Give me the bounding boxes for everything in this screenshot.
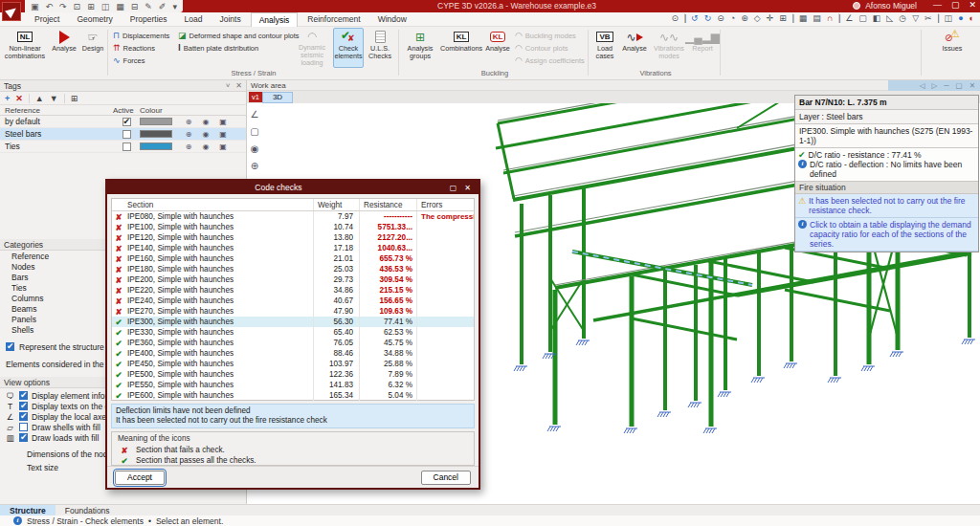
nonlinear-combinations-button[interactable]: NL Non-linear combinations	[2, 28, 48, 68]
selection-box-icon[interactable]: ▢	[858, 13, 867, 23]
split-view-icon[interactable]: ◫	[945, 13, 953, 23]
section-row[interactable]: IPE330, Simple with haunches 65.40 62.53…	[112, 327, 474, 338]
issues-button[interactable]: ⊘⚠ Issues	[938, 28, 967, 68]
separator[interactable]: |	[792, 13, 793, 23]
undo-icon[interactable]: ↶	[46, 2, 54, 11]
eye-icon[interactable]: ◉	[197, 142, 214, 151]
reactions-button[interactable]: ⇈ Reactions	[113, 42, 155, 54]
separator[interactable]: |	[684, 13, 685, 23]
menu-tab[interactable]: Analysis	[251, 12, 299, 27]
globe-icon[interactable]: ●	[958, 13, 963, 23]
user-account[interactable]: Afonso Miguel	[853, 1, 917, 11]
view-option-checkbox[interactable]	[19, 433, 28, 442]
accept-button[interactable]: Accept	[115, 471, 165, 485]
section-row[interactable]: IPE160, Simple with haunches 21.01 655.7…	[112, 253, 474, 264]
view-option-checkbox[interactable]	[19, 402, 28, 410]
select-tool-icon[interactable]: ◉	[251, 143, 259, 154]
section-row[interactable]: IPE220, Simple with haunches 34.86 215.1…	[112, 285, 474, 296]
lock-icon[interactable]: ▣	[214, 118, 232, 126]
separator[interactable]: |	[838, 13, 839, 23]
copy-icon[interactable]: ⊞	[87, 2, 95, 11]
forces-button[interactable]: ∿ Forces	[113, 55, 145, 66]
measure-icon[interactable]: ∠	[845, 13, 853, 23]
menu-tab[interactable]: Load	[177, 12, 211, 27]
add-tag-icon[interactable]: +	[5, 94, 10, 103]
bottom-tab[interactable]: Foundations	[56, 505, 120, 516]
analyse-button[interactable]: Analyse	[50, 28, 78, 68]
globe-icon[interactable]: ⊕	[180, 118, 197, 126]
tab-3d[interactable]: 3D	[262, 92, 293, 103]
analysis-groups-button[interactable]: ⊞ Analysis groups	[402, 28, 438, 68]
lock-icon[interactable]: ▣	[214, 130, 232, 139]
panel-control-icon[interactable]: ▢	[956, 81, 963, 90]
droplet-icon[interactable]: ◇	[754, 13, 761, 23]
globe-icon[interactable]: ⊕	[180, 142, 197, 151]
annotate-icon[interactable]: ✐	[159, 2, 167, 11]
check-elements-button[interactable]: ✔✘ Check elements	[333, 28, 364, 68]
combinations-button[interactable]: KL Combinations	[440, 28, 482, 68]
delete-tag-icon[interactable]: ✕	[15, 94, 23, 103]
cut-icon[interactable]: ✂	[924, 13, 932, 23]
collapse-icon[interactable]: ˅	[226, 81, 231, 90]
active-checkbox[interactable]	[122, 130, 131, 139]
eye-icon[interactable]: ◉	[197, 118, 214, 126]
menu-tab[interactable]: Joints	[212, 12, 248, 27]
set-square-icon[interactable]: ◺	[886, 13, 893, 23]
close-button[interactable]: ✕	[969, 0, 976, 10]
section-row[interactable]: IPE400, Simple with haunches 88.46 34.88…	[112, 348, 474, 359]
cancel-button[interactable]: Cancel	[421, 471, 471, 485]
dialog-maximize-button[interactable]: ▢	[450, 184, 457, 192]
section-row[interactable]: IPE600, Simple with haunches 165.34 5.04…	[112, 390, 474, 401]
section-row[interactable]: IPE360, Simple with haunches 76.05 45.75…	[112, 338, 474, 348]
move-up-icon[interactable]: ▲	[35, 94, 44, 103]
print-icon[interactable]: ⊡	[74, 2, 81, 11]
section-row[interactable]: IPE500, Simple with haunches 122.36 7.89…	[112, 369, 474, 380]
section-row[interactable]: IPE180, Simple with haunches 25.03 436.5…	[112, 264, 474, 274]
buckling-analyse-button[interactable]: KL Analyse	[484, 28, 511, 68]
export-icon[interactable]: ◫	[101, 2, 110, 11]
batten-plate-button[interactable]: 𝐈 Batten plate distribution	[178, 42, 258, 54]
zoom-previous-icon[interactable]: ↺	[691, 13, 699, 23]
view-option-checkbox[interactable]	[19, 391, 28, 400]
lock-icon[interactable]: ▣	[214, 142, 232, 151]
menu-tab[interactable]: Geometry	[69, 12, 120, 27]
eye-icon[interactable]: ◉	[197, 130, 214, 139]
globe-icon[interactable]: ⊕	[180, 130, 197, 139]
bottom-tab[interactable]: Structure	[0, 505, 56, 516]
capture-icon[interactable]: ▦	[116, 2, 124, 11]
active-checkbox[interactable]	[122, 142, 131, 151]
design-button[interactable]: ☞ Design	[80, 28, 105, 68]
colour-swatch[interactable]	[140, 118, 172, 125]
menu-tab[interactable]: Properties	[122, 12, 175, 27]
screen-icon[interactable]: ⊞	[779, 13, 787, 23]
section-row[interactable]: IPE550, Simple with haunches 141.83 6.32…	[112, 380, 474, 390]
tag-row[interactable]: by default ⊕ ◉ ▣	[0, 116, 246, 128]
search-icon[interactable]: ⊙	[672, 13, 679, 23]
texture-icon[interactable]: ▤	[813, 13, 821, 23]
edit-icon[interactable]: ✎	[145, 2, 152, 11]
magnet-icon[interactable]: ∩	[827, 13, 833, 23]
represent-layers-checkbox[interactable]	[6, 342, 14, 351]
view-option-checkbox[interactable]	[19, 412, 28, 421]
dialog-title-bar[interactable]: Code checks ▢ ✕	[107, 181, 479, 194]
section-row[interactable]: IPE080, Simple with haunches 7.97 ------…	[112, 211, 474, 222]
panel-control-icon[interactable]: ◁	[920, 81, 925, 90]
zoom-next-icon[interactable]: ↻	[704, 13, 712, 23]
menu-tab[interactable]: Reinforcement	[300, 12, 368, 27]
pan-icon[interactable]: ✛	[767, 13, 774, 23]
section-row[interactable]: IPE300, Simple with haunches 56.30 77.41…	[112, 317, 474, 327]
section-row[interactable]: IPE140, Simple with haunches 17.18 1040.…	[112, 243, 474, 253]
orbit-icon[interactable]: ◔	[730, 13, 735, 23]
colour-swatch[interactable]	[140, 130, 172, 138]
local-axes-tool-icon[interactable]: ∠	[251, 109, 259, 120]
more-icon[interactable]: ▾	[172, 2, 177, 11]
displacements-button[interactable]: ⊓ Displacements	[113, 30, 169, 41]
window-icon[interactable]: ⊟	[131, 2, 139, 11]
active-checkbox[interactable]	[122, 118, 131, 126]
save-icon[interactable]: ▣	[31, 2, 39, 11]
view-option-checkbox[interactable]	[19, 423, 28, 431]
zoom-out-icon[interactable]: ⊝	[717, 13, 724, 23]
render-icon[interactable]: ◐	[969, 13, 974, 23]
dimensions-icon[interactable]: ▦	[799, 13, 808, 23]
vibrations-analyse-button[interactable]: ∿ Analyse	[620, 28, 649, 68]
